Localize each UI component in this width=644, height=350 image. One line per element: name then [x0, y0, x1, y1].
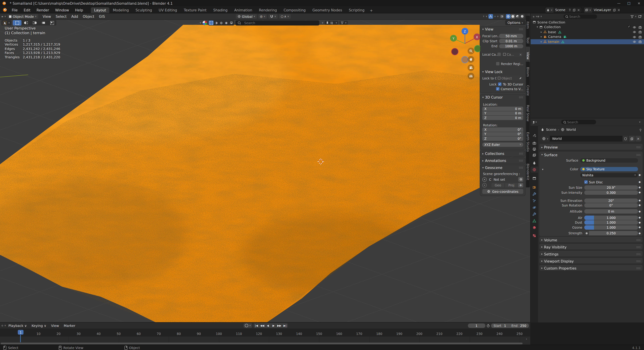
sun-disc-checkbox[interactable]: ✓ — [584, 180, 588, 184]
viewport-menu-gis[interactable]: GIS — [96, 14, 107, 18]
properties-tab-texture[interactable] — [531, 233, 538, 239]
overlays-dropdown[interactable]: ∨ — [494, 14, 499, 19]
use-preview-range-icon[interactable] — [486, 324, 490, 327]
breadcrumb-scene[interactable]: Scene — [546, 128, 556, 131]
outliner-scope-dropdown[interactable]: ∨ — [537, 14, 542, 19]
outliner-row-camera[interactable]: ▸Camera — [531, 34, 644, 39]
disclosure-triangle[interactable]: ▸ — [541, 30, 542, 33]
world-browse-dropdown[interactable]: ∨ — [541, 136, 550, 141]
panel-grip[interactable] — [519, 160, 523, 162]
panel-grip[interactable] — [636, 267, 641, 269]
animate-dot[interactable]: ● — [638, 186, 641, 189]
cursor-rotation-x[interactable]: X0° — [482, 127, 523, 132]
unlink-datablock-button[interactable]: × — [635, 136, 641, 141]
active-tool-select-box[interactable]: ∨ — [1, 20, 12, 25]
copy-icon[interactable] — [572, 8, 576, 11]
workspace-tab-modeling[interactable]: Modeling — [110, 7, 132, 13]
disable-render-toggle[interactable] — [638, 25, 642, 29]
cursor-location-x[interactable]: X0 m — [482, 107, 523, 111]
item-name[interactable]: Scene Collection — [537, 20, 565, 24]
new-collection-button[interactable] — [638, 14, 642, 18]
play-reverse-button[interactable]: ◀ — [265, 323, 271, 328]
outliner-row-collection[interactable]: ▾Collection✓ — [531, 25, 644, 29]
filter-icon[interactable] — [340, 21, 344, 24]
search-options-chevron[interactable]: ∨ — [322, 21, 323, 24]
workspace-tab-layout[interactable]: Layout — [91, 7, 109, 13]
properties-tab-physics[interactable] — [531, 205, 538, 211]
timeline-ruler[interactable]: 1020304050607080901001101201301401501601… — [0, 329, 530, 337]
world-name[interactable]: World — [550, 137, 564, 140]
gizmo-y-neg[interactable] — [474, 45, 481, 52]
panel-grip[interactable] — [636, 239, 641, 241]
viewlayer-selector[interactable]: ∨ ViewLayer — [584, 7, 620, 13]
panel-grip[interactable] — [519, 96, 523, 98]
animate-dot[interactable]: ● — [638, 199, 641, 202]
timeline-menu-view[interactable]: View — [49, 324, 61, 327]
cursor-location-y[interactable]: Y0 m — [482, 111, 523, 115]
pivot-point-dropdown[interactable]: ◎∨ — [258, 14, 267, 19]
npanel-tab-blenderkit[interactable]: BlenderKit — [526, 157, 530, 187]
geo-button[interactable]: Geo — [492, 183, 504, 187]
properties-tab-render[interactable] — [531, 140, 538, 146]
cursor-location-z[interactable]: Z0 m — [482, 116, 523, 120]
disable-render-toggle[interactable] — [638, 40, 642, 43]
properties-tab-output[interactable] — [531, 146, 538, 152]
annotations-title[interactable]: Annotations — [485, 159, 506, 163]
transform-orientation-dropdown[interactable]: Global∨ — [236, 14, 257, 19]
field-sun-size[interactable]: 20.9° — [584, 185, 638, 190]
shading-solid-button[interactable] — [510, 14, 515, 19]
properties-options-chevron[interactable]: ∨ — [639, 121, 641, 123]
editor-type-icon[interactable]: ∨ — [1, 14, 6, 19]
item-name[interactable]: Camera — [548, 35, 561, 39]
animate-dot[interactable]: ● — [638, 204, 641, 207]
timeline-menu-keying[interactable]: Keying ∨ — [29, 324, 49, 327]
camera-view-button[interactable] — [468, 64, 474, 71]
npanel-tab-earth-studio[interactable]: Earth Studio — [526, 125, 530, 160]
close-button[interactable]: × — [634, 0, 644, 6]
panel-title[interactable]: Ray Visibility — [544, 245, 566, 249]
animate-dot[interactable]: ● — [638, 221, 641, 224]
disable-render-toggle[interactable] — [638, 30, 642, 34]
new-datablock-button[interactable] — [629, 136, 635, 141]
timeline-editor-type-icon[interactable]: ∨ — [1, 323, 6, 328]
sky-model-dropdown[interactable]: Nishita∨ — [580, 173, 638, 177]
slider-dust[interactable]: 1.000 — [584, 220, 638, 225]
field-sun-elevation[interactable]: 20° — [584, 198, 638, 203]
properties-tab-view-layer[interactable] — [531, 152, 538, 158]
animate-dot[interactable]: ● — [638, 210, 641, 213]
camera-to-view-checkbox[interactable]: ✓ — [496, 87, 500, 91]
workspace-tab-texture-paint[interactable]: Texture Paint — [180, 7, 210, 13]
snap-toggle[interactable]: ∨ — [268, 14, 278, 19]
auto-keying-toggle[interactable]: ∨ — [244, 323, 252, 328]
geo-coordinates-button[interactable]: Geo-coordinates — [482, 189, 523, 194]
pan-hand-button[interactable] — [468, 56, 474, 63]
workspace-tab-sculpting[interactable]: Sculpting — [132, 7, 155, 13]
slider-air[interactable]: 1.000 — [584, 215, 638, 220]
minimize-button[interactable]: — — [614, 0, 624, 6]
animate-dot[interactable]: ● — [638, 232, 641, 235]
field-clipstart[interactable]: 0.01 m — [499, 39, 523, 43]
snap-mode-2-icon[interactable]: ◑ — [214, 20, 219, 25]
add-crs-button[interactable]: + — [518, 183, 523, 187]
local-camera-checkbox[interactable] — [498, 53, 501, 56]
properties-tab-world[interactable] — [531, 167, 538, 173]
gizmo-z-neg[interactable] — [462, 56, 468, 63]
bookmark-icon[interactable] — [326, 21, 329, 24]
timeline-tracks[interactable] — [0, 337, 530, 342]
properties-tab-data[interactable] — [531, 218, 538, 224]
snap-mode-5-icon[interactable] — [229, 20, 234, 25]
cursor-title[interactable]: 3D Cursor — [485, 95, 502, 99]
crs-settings-button[interactable] — [518, 177, 523, 182]
preview-title[interactable]: Preview — [544, 145, 558, 149]
breadcrumb-world[interactable]: World — [566, 128, 576, 131]
xray-toggle[interactable] — [500, 14, 504, 19]
hierarchy-icon[interactable] — [330, 21, 334, 24]
properties-tab-tool[interactable] — [531, 132, 538, 138]
select-mode-extend[interactable] — [22, 20, 30, 25]
timeline-divider[interactable] — [0, 322, 530, 323]
shading-sphere-icon[interactable] — [202, 21, 207, 25]
panel-grip[interactable] — [636, 260, 641, 262]
proj-button[interactable]: Proj — [504, 183, 518, 187]
properties-search-field[interactable] — [561, 120, 596, 124]
item-name[interactable]: terrain — [548, 40, 559, 43]
